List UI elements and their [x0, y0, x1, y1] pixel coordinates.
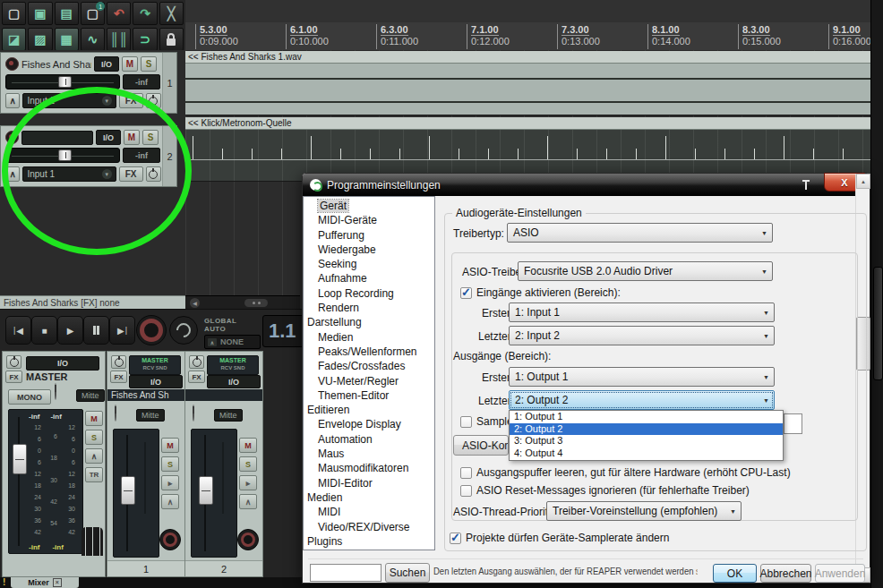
- project-samplerate-checkbox[interactable]: Projekte dürfen Geräte-Samplerate ändern: [450, 532, 669, 544]
- open-project-icon[interactable]: ▣: [28, 2, 52, 25]
- project-settings-icon[interactable]: ▢1: [81, 2, 105, 25]
- checkbox-icon[interactable]: [460, 467, 472, 479]
- crossfade-icon[interactable]: ╳: [159, 2, 184, 25]
- prefs-tree-item[interactable]: Pufferung: [304, 228, 419, 243]
- strip-pan-knob[interactable]: [115, 405, 116, 422]
- strip-fader[interactable]: [121, 476, 135, 505]
- solo-button[interactable]: S: [141, 56, 157, 72]
- vertical-scrollbar[interactable]: [870, 0, 883, 588]
- mixer-strip-2[interactable]: FX MASTERRCV SND I/O Mitte M S ▸ ∧ 2: [184, 351, 263, 577]
- track-name[interactable]: [21, 131, 93, 145]
- mute-button[interactable]: M: [122, 56, 138, 72]
- first-output-combo[interactable]: 1: Output 1▼: [509, 367, 775, 387]
- prefs-tree-item[interactable]: MIDI-Editor: [304, 476, 419, 490]
- mixer-strip-1[interactable]: FX MASTERRCV SND I/O Fishes And Sh Mitte…: [107, 351, 185, 577]
- dialog-title-bar[interactable]: Programmeinstellungen: [303, 174, 870, 196]
- global-automation[interactable]: GLOBAL AUTO ∧NONE: [204, 317, 260, 349]
- strip-solo-button[interactable]: S: [239, 456, 257, 472]
- prefs-tree-item[interactable]: Envelope Display: [304, 417, 419, 431]
- last-output-combo[interactable]: 2: Output 2▼: [509, 390, 775, 410]
- output-option[interactable]: 1: Output 1: [510, 411, 783, 423]
- master-mute-button[interactable]: M: [85, 411, 103, 426]
- asio-config-button[interactable]: ASIO-Kor: [453, 435, 509, 456]
- enable-inputs-checkbox[interactable]: Eingänge aktivieren (Bereich):: [460, 286, 621, 299]
- pin-icon[interactable]: [802, 180, 810, 191]
- folder-collapse-button[interactable]: ∧: [5, 166, 20, 182]
- volume-slider[interactable]: [5, 74, 120, 89]
- close-tab-icon[interactable]: ×: [53, 578, 62, 587]
- scrollbar-thumb[interactable]: [244, 299, 268, 307]
- prefs-tree-item[interactable]: MIDI-Geräte: [304, 213, 419, 227]
- loop-points-icon[interactable]: ⊃: [133, 28, 157, 51]
- output-option[interactable]: 2: Output 2: [510, 423, 783, 436]
- master-strip[interactable]: FX I/O MASTER MONO Mitte -inf-inf 126061…: [2, 351, 106, 577]
- strip-track-name[interactable]: [185, 389, 262, 401]
- last-input-combo[interactable]: 2: Input 2▼: [509, 326, 775, 345]
- prefs-tree-item[interactable]: Plugins: [304, 534, 419, 549]
- output-option[interactable]: 4: Output 4: [510, 447, 783, 460]
- strip-io-button[interactable]: I/O: [207, 375, 261, 388]
- go-to-start-button[interactable]: |◀: [5, 316, 31, 345]
- strip-fx-button[interactable]: FX: [110, 371, 127, 383]
- lock-icon[interactable]: [159, 28, 184, 51]
- go-to-end-button[interactable]: ▶|: [109, 316, 135, 345]
- search-input[interactable]: [310, 564, 381, 582]
- strip-monitor-icon[interactable]: ▸: [239, 475, 257, 490]
- sends-block[interactable]: MASTERRCV SND: [207, 355, 259, 375]
- strip-fx-button[interactable]: FX: [188, 371, 205, 383]
- strip-record-arm-button[interactable]: [159, 529, 181, 550]
- checkbox-checked-icon[interactable]: [460, 287, 472, 299]
- timeline-ruler[interactable]: 5.3.000:09.0006.1.000:10.0006.3.000:11.0…: [185, 22, 870, 51]
- master-meter[interactable]: -inf-inf 12606121824303642 618304254 126…: [8, 409, 83, 554]
- prefs-tree-item[interactable]: Automation: [304, 432, 419, 447]
- prefs-tree-item[interactable]: Wiedergabe: [304, 243, 419, 257]
- prefs-tree-item[interactable]: Fades/Crossfades: [304, 359, 419, 373]
- grid-lines-icon[interactable]: ║║: [107, 28, 131, 51]
- strip-monitor-icon[interactable]: ▸: [161, 475, 179, 490]
- search-button[interactable]: Suchen: [385, 563, 430, 583]
- scroll-left-icon[interactable]: ◀: [190, 298, 200, 308]
- media-item-fishes[interactable]: << Fishes And Sharks 1.wav: [185, 51, 870, 115]
- output-dropdown-list[interactable]: 1: Output 12: Output 23: Output 34: Outp…: [509, 410, 784, 461]
- mute-button[interactable]: M: [124, 130, 140, 145]
- prefs-tree-item[interactable]: Peaks/Wellenformen: [304, 345, 419, 359]
- fx-button[interactable]: FX: [119, 166, 143, 182]
- ripple-edit-icon[interactable]: ▨: [28, 28, 52, 51]
- first-input-combo[interactable]: 1: Input 1▼: [509, 303, 775, 322]
- solo-button[interactable]: S: [142, 130, 159, 145]
- folder-collapse-button[interactable]: ∧: [5, 93, 20, 108]
- master-trim-button[interactable]: TR: [85, 467, 103, 482]
- prefs-tree-item[interactable]: Editieren: [304, 403, 419, 417]
- mono-button[interactable]: MONO: [8, 389, 51, 405]
- record-button[interactable]: [136, 315, 167, 345]
- new-project-icon[interactable]: ▢: [2, 2, 26, 25]
- strip-record-arm-button[interactable]: [237, 529, 259, 550]
- save-project-icon[interactable]: ▤: [55, 2, 79, 25]
- cancel-button[interactable]: Abbrechen: [760, 564, 811, 583]
- master-fold-button[interactable]: ∧: [85, 448, 103, 464]
- prefs-tree-item[interactable]: Video/REX/Diverse: [304, 520, 419, 534]
- checkbox-icon[interactable]: [460, 485, 472, 497]
- fx-bypass-button[interactable]: [146, 166, 161, 182]
- asio-driver-combo[interactable]: Focusrite USB 2.0 Audio Driver▼: [518, 261, 773, 281]
- strip-solo-button[interactable]: S: [161, 456, 179, 472]
- scrollbar-thumb[interactable]: [873, 267, 883, 380]
- record-arm-icon[interactable]: [5, 57, 19, 71]
- strip-fader[interactable]: [199, 476, 213, 505]
- strip-mute-button[interactable]: M: [161, 438, 179, 453]
- fx-bypass-button[interactable]: [146, 93, 161, 108]
- prefs-tree-item[interactable]: VU-Meter/Regler: [304, 374, 419, 388]
- ignore-reset-checkbox[interactable]: ASIO Reset-Messages ignorieren (für fehl…: [460, 484, 750, 497]
- prefs-category-tree[interactable]: GerätMIDI-GerätePufferungWiedergabeSeeki…: [303, 196, 435, 550]
- master-fader[interactable]: [13, 444, 27, 474]
- strip-bypass-button[interactable]: [189, 355, 204, 369]
- strip-number[interactable]: 1: [107, 560, 184, 576]
- item-edit-mode-icon[interactable]: ▦: [55, 28, 79, 51]
- strip-io-button[interactable]: I/O: [129, 375, 183, 388]
- master-fx-button[interactable]: FX: [5, 371, 22, 383]
- automation-mode-button[interactable]: ∧NONE: [204, 335, 261, 349]
- strip-bypass-button[interactable]: [111, 355, 126, 369]
- undo-icon[interactable]: ↶: [107, 2, 131, 25]
- envelope-points-icon[interactable]: ∿: [81, 28, 105, 51]
- io-button[interactable]: I/O: [94, 56, 119, 72]
